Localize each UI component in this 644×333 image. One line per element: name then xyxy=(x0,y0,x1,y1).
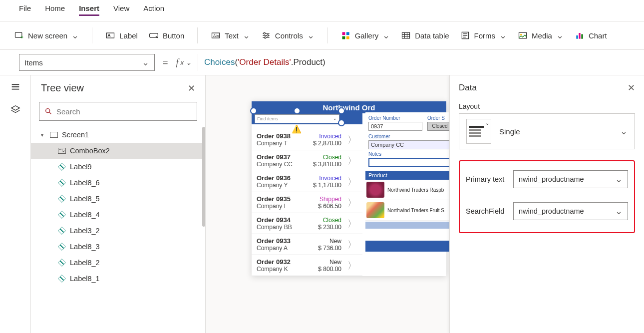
tree-nodes[interactable]: ▾ Screen1 ComboBox2Label9Label8_6Label8_… xyxy=(31,127,205,333)
chevron-right-icon: 〉 xyxy=(345,134,358,146)
formula-input[interactable]: Choices( 'Order Details'.Product ) xyxy=(198,54,640,71)
order-row[interactable]: Order 0932Company KNew$ 800.00〉 xyxy=(252,255,362,276)
order-status: Invoiced xyxy=(311,133,341,140)
label-control-icon xyxy=(58,275,66,283)
layout-selector[interactable]: Single ⌄ xyxy=(459,113,635,149)
svg-point-6 xyxy=(267,34,268,36)
button-button[interactable]: Button xyxy=(149,30,184,40)
menu-file[interactable]: File xyxy=(19,4,31,16)
chart-button[interactable]: Chart xyxy=(575,30,607,40)
property-name: Items xyxy=(24,58,43,67)
gallery-button[interactable]: Gallery ⌄ xyxy=(341,30,390,41)
order-amount: $ 800.00 xyxy=(311,266,341,273)
order-status-value[interactable]: Closed xyxy=(427,122,452,131)
tree-node-label8_4[interactable]: Label8_4 xyxy=(31,207,205,223)
label-control-icon xyxy=(58,259,66,267)
menu-home[interactable]: Home xyxy=(45,4,65,16)
tree-node-label8_1[interactable]: Label8_1 xyxy=(31,271,205,287)
primary-text-select[interactable]: nwind_productname ⌄ xyxy=(513,170,628,188)
tree-node-label8_2[interactable]: Label8_2 xyxy=(31,255,205,271)
svg-rect-12 xyxy=(402,32,410,38)
search-field-select[interactable]: nwind_productname ⌄ xyxy=(513,202,628,220)
data-panel-title: Data xyxy=(459,83,477,93)
order-status: Closed xyxy=(311,154,341,161)
tree-node-label3_2[interactable]: Label3_2 xyxy=(31,223,205,239)
layers-icon[interactable] xyxy=(10,104,21,117)
order-row[interactable]: Order 0933Company ANew$ 736.00〉 xyxy=(252,234,362,255)
media-label: Media xyxy=(532,31,552,40)
order-row[interactable]: Order 0938Company TInvoiced$ 2,870.00〉⚠️ xyxy=(252,124,362,150)
tree-search-box[interactable] xyxy=(39,102,197,121)
tree-node-label8_6[interactable]: Label8_6 xyxy=(31,175,205,191)
notes-label: Notes xyxy=(368,151,452,157)
app-menu: File Home Insert View Action xyxy=(0,0,644,21)
primary-text-label: Primary text xyxy=(466,175,504,183)
screen-icon xyxy=(50,132,58,138)
tree-view-title: Tree view xyxy=(41,82,84,94)
combobox-selected[interactable]: Find items xyxy=(255,114,339,123)
chevron-down-icon: ⌄ xyxy=(615,206,623,217)
text-button[interactable]: Abc Text ⌄ xyxy=(211,30,250,41)
new-screen-button[interactable]: New screen ⌄ xyxy=(14,30,79,41)
svg-rect-18 xyxy=(581,34,583,39)
order-number-value[interactable]: 0937 xyxy=(368,122,422,131)
tree-node-label8_5[interactable]: Label8_5 xyxy=(31,191,205,207)
data-table-button[interactable]: Data table xyxy=(401,30,449,40)
new-screen-icon xyxy=(14,30,24,40)
tree-search-input[interactable] xyxy=(56,107,192,116)
order-status: New xyxy=(311,238,341,245)
tree-node-label: Label8_3 xyxy=(70,243,100,251)
tree-node-label8_3[interactable]: Label8_3 xyxy=(31,239,205,255)
label-button[interactable]: Label xyxy=(105,30,138,40)
property-selector[interactable]: Items ⌄ xyxy=(19,54,155,71)
close-icon[interactable]: ✕ xyxy=(628,82,635,93)
chevron-right-icon: 〉 xyxy=(345,239,358,251)
equals-sign: = xyxy=(161,57,170,68)
orders-gallery[interactable]: Order 0938Company TInvoiced$ 2,870.00〉⚠️… xyxy=(252,113,362,276)
data-table-label: Data table xyxy=(415,31,449,40)
svg-point-15 xyxy=(520,34,522,35)
customer-value[interactable]: Company CC xyxy=(368,140,452,149)
tree-node-label9[interactable]: Label9 xyxy=(31,159,205,175)
product-item[interactable]: Northwind Traders Fruit S xyxy=(365,200,455,221)
media-icon xyxy=(518,30,528,40)
order-row[interactable]: Order 0936Company YInvoiced$ 1,170.00〉 xyxy=(252,171,362,192)
tree-node-combobox2[interactable]: ComboBox2 xyxy=(31,143,205,159)
order-number-label: Order Number xyxy=(368,115,422,121)
canvas[interactable]: Northwind Ord Find items Order 0938Compa… xyxy=(206,75,644,333)
order-row[interactable]: Order 0934Company BBClosed$ 230.00〉 xyxy=(252,213,362,234)
chevron-down-icon: ⌄ xyxy=(615,174,623,185)
order-company: Company K xyxy=(257,266,311,273)
order-company: Company CC xyxy=(257,161,311,168)
order-id: Order 0938 xyxy=(257,132,311,140)
chevron-down-icon: ⌄ xyxy=(71,30,79,41)
tree-node-screen[interactable]: ▾ Screen1 xyxy=(31,127,205,143)
order-status: Closed xyxy=(311,217,341,224)
warning-icon: ⚠️ xyxy=(292,124,302,134)
search-field-value: nwind_productname xyxy=(519,207,584,215)
button-icon xyxy=(149,30,159,40)
controls-button[interactable]: Controls ⌄ xyxy=(261,30,315,41)
media-button[interactable]: Media ⌄ xyxy=(518,30,564,41)
order-row[interactable]: Order 0935Company IShipped$ 606.50〉 xyxy=(252,192,362,213)
chevron-down-icon: ⌄ xyxy=(499,30,507,41)
tree-node-label: Label8_1 xyxy=(70,275,100,283)
forms-button[interactable]: Forms ⌄ xyxy=(460,30,507,41)
notes-value[interactable] xyxy=(368,158,452,167)
order-amount: $ 3,810.00 xyxy=(311,161,341,168)
order-id: Order 0932 xyxy=(257,258,311,266)
svg-rect-1 xyxy=(107,33,114,38)
fx-button[interactable]: fx ⌄ xyxy=(176,57,192,68)
product-item[interactable]: Northwind Traders Raspb xyxy=(365,180,455,200)
hamburger-icon[interactable] xyxy=(10,81,21,94)
chevron-right-icon: 〉 xyxy=(345,260,358,272)
close-icon[interactable]: ✕ xyxy=(188,83,195,94)
menu-view[interactable]: View xyxy=(113,4,129,16)
order-row[interactable]: Order 0937Company CCClosed$ 3,810.00〉 xyxy=(252,150,362,171)
layout-value: Single xyxy=(499,127,612,136)
menu-insert[interactable]: Insert xyxy=(79,4,99,16)
tree-node-label: Label8_4 xyxy=(70,211,100,219)
order-status: Shipped xyxy=(311,196,341,203)
label-control-icon xyxy=(58,195,66,203)
menu-action[interactable]: Action xyxy=(143,4,164,16)
